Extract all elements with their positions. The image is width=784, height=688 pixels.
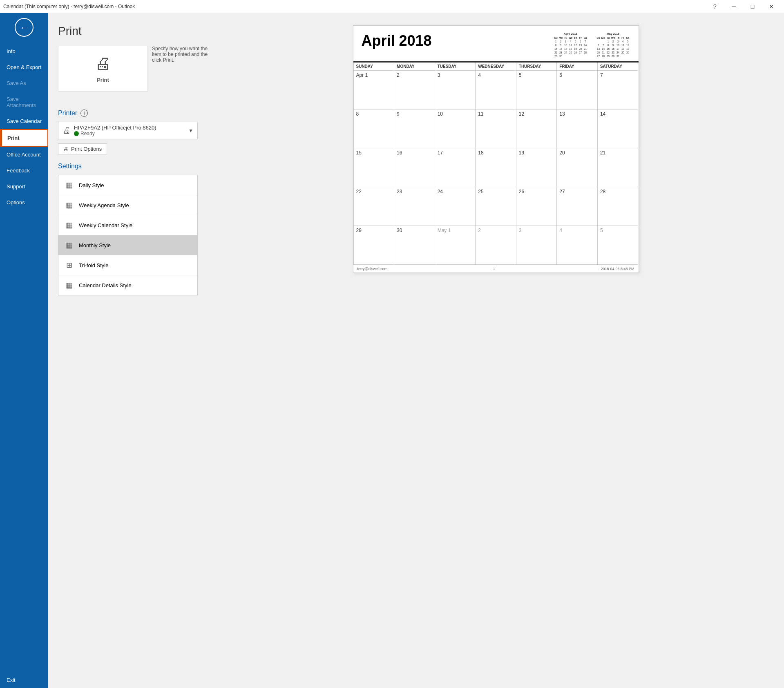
table-row: 6 (557, 71, 598, 109)
col-saturday: SATURDAY (598, 63, 639, 71)
window-controls: ? ─ □ ✕ (706, 0, 781, 13)
preview-panel: April 2018 April 2018 Su Mo Tu We Th F (208, 13, 784, 688)
table-row: Apr 1 (354, 71, 395, 109)
print-options-button[interactable]: 🖨 Print Options (58, 143, 107, 154)
table-row: 4 (476, 71, 516, 109)
close-button[interactable]: ✕ (762, 0, 781, 13)
status-dot (74, 131, 79, 136)
table-row: 4 (557, 226, 598, 265)
calendar-footer: terry@diswell.com 1 2018-04-03 3:48 PM (353, 265, 639, 273)
style-trifold[interactable]: ⊞ Tri-fold Style (58, 255, 197, 275)
table-row: 5 (598, 226, 639, 265)
table-row: 11 (476, 109, 516, 148)
col-thursday: THURSDAY (516, 63, 557, 71)
maximize-button[interactable]: □ (743, 0, 762, 13)
style-calendar-details[interactable]: ▦ Calendar Details Style (58, 275, 197, 295)
table-row: 12 (516, 109, 557, 148)
sidebar-spacer (0, 210, 48, 672)
sidebar-item-support[interactable]: Support (0, 179, 48, 194)
help-button[interactable]: ? (706, 0, 724, 13)
daily-style-icon: ▦ (63, 179, 75, 191)
monthly-style-icon: ▦ (63, 239, 75, 251)
calendar-footer-right: 2018-04-03 3:48 PM (601, 267, 634, 271)
sidebar-item-open-export[interactable]: Open & Export (0, 59, 48, 75)
print-label: Print (97, 77, 109, 83)
table-row: 13 (557, 109, 598, 148)
weekly-agenda-style-icon: ▦ (63, 199, 75, 211)
table-row: 2 (394, 71, 435, 109)
style-weekly-agenda[interactable]: ▦ Weekly Agenda Style (58, 195, 197, 215)
printer-info: HPA2F9A2 (HP Officejet Pro 8620) Ready (74, 125, 188, 136)
printer-dropdown[interactable]: 🖨 HPA2F9A2 (HP Officejet Pro 8620) Ready… (58, 122, 198, 139)
sidebar-item-save-calendar[interactable]: Save Calendar (0, 113, 48, 129)
left-panel: Print 🖨 Print Specify how you want the i… (48, 13, 208, 688)
print-description: Specify how you want the item to be prin… (152, 46, 208, 63)
sidebar-item-options[interactable]: Options (0, 194, 48, 210)
table-row: 5 (516, 71, 557, 109)
table-row: 15 (354, 148, 395, 187)
table-row: 10 (435, 109, 476, 148)
table-row: 9 (394, 109, 435, 148)
page-title: Print (58, 25, 198, 38)
table-row: 20 (557, 148, 598, 187)
sidebar-item-feedback[interactable]: Feedback (0, 163, 48, 179)
table-row: 22 (354, 187, 395, 226)
table-row: May 1 (435, 226, 476, 265)
table-row: 29 (354, 226, 395, 265)
calendar-month-title: April 2018 (362, 32, 432, 49)
minimize-button[interactable]: ─ (724, 0, 743, 13)
style-list: ▦ Daily Style ▦ Weekly Agenda Style ▦ We… (58, 175, 198, 295)
table-row: 16 (394, 148, 435, 187)
calendar-footer-center: 1 (493, 267, 495, 271)
col-friday: FRIDAY (557, 63, 598, 71)
col-monday: MONDAY (394, 63, 435, 71)
sidebar-item-exit[interactable]: Exit (0, 672, 48, 688)
table-row: 19 (516, 148, 557, 187)
settings-section-title: Settings (58, 163, 198, 170)
table-row: 30 (394, 226, 435, 265)
print-icon: 🖨 (95, 54, 111, 73)
table-row: 25 (476, 187, 516, 226)
sidebar-item-save-as: Save As (0, 75, 48, 91)
sidebar-item-office-account[interactable]: Office Account (0, 147, 48, 163)
calendar-footer-left: terry@diswell.com (357, 267, 388, 271)
calendar-mini-april: April 2018 Su Mo Tu We Th Fr Sa 1 2 (554, 32, 588, 58)
calendar-mini-months: April 2018 Su Mo Tu We Th Fr Sa 1 2 (554, 32, 630, 58)
print-options-icon: 🖨 (63, 146, 69, 152)
col-tuesday: TUESDAY (435, 63, 476, 71)
col-sunday: SUNDAY (354, 63, 395, 71)
col-wednesday: WEDNESDAY (476, 63, 516, 71)
style-monthly[interactable]: ▦ Monthly Style (58, 235, 197, 255)
table-row: 28 (598, 187, 639, 226)
print-icon-box: 🖨 Print (58, 46, 148, 92)
sidebar-item-info[interactable]: Info (0, 43, 48, 59)
printer-section-title: Printer i (58, 109, 198, 117)
titlebar: Calendar (This computer only) - terry@di… (0, 0, 784, 13)
calendar-grid: SUNDAY MONDAY TUESDAY WEDNESDAY THURSDAY… (353, 63, 639, 265)
calendar-mini-april-grid: Su Mo Tu We Th Fr Sa 1 2 3 4 (554, 36, 588, 58)
table-row: 3 (435, 71, 476, 109)
table-row: 8 (354, 109, 395, 148)
weekly-calendar-style-icon: ▦ (63, 219, 75, 231)
calendar-header: April 2018 April 2018 Su Mo Tu We Th F (353, 26, 639, 63)
trifold-style-icon: ⊞ (63, 259, 75, 271)
style-daily[interactable]: ▦ Daily Style (58, 175, 197, 195)
sidebar-item-print[interactable]: Print (0, 129, 48, 147)
window-title: Calendar (This computer only) - terry@di… (3, 4, 135, 9)
main-content: Print 🖨 Print Specify how you want the i… (48, 13, 784, 688)
printer-dropdown-icon: 🖨 (63, 126, 71, 135)
back-button[interactable]: ← (15, 18, 34, 37)
table-row: 2 (476, 226, 516, 265)
table-row: 21 (598, 148, 639, 187)
table-row: 3 (516, 226, 557, 265)
table-row: 14 (598, 109, 639, 148)
app-body: ← Info Open & Export Save As Save Attach… (0, 13, 784, 688)
calendar-mini-may-grid: Su Mo Tu We Th Fr Sa 1 2 (596, 36, 630, 58)
table-row: 24 (435, 187, 476, 226)
style-weekly-calendar[interactable]: ▦ Weekly Calendar Style (58, 215, 197, 235)
calendar-details-style-icon: ▦ (63, 279, 75, 291)
table-row: 17 (435, 148, 476, 187)
printer-status: Ready (74, 131, 188, 136)
printer-info-icon[interactable]: i (80, 109, 88, 117)
sidebar-item-save-attachments: Save Attachments (0, 91, 48, 113)
